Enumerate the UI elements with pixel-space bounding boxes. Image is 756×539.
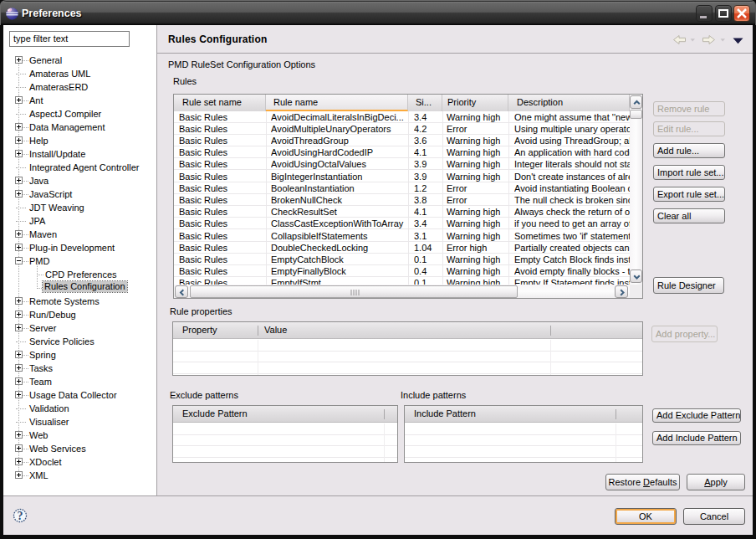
svg-text:?: ? xyxy=(18,510,23,522)
